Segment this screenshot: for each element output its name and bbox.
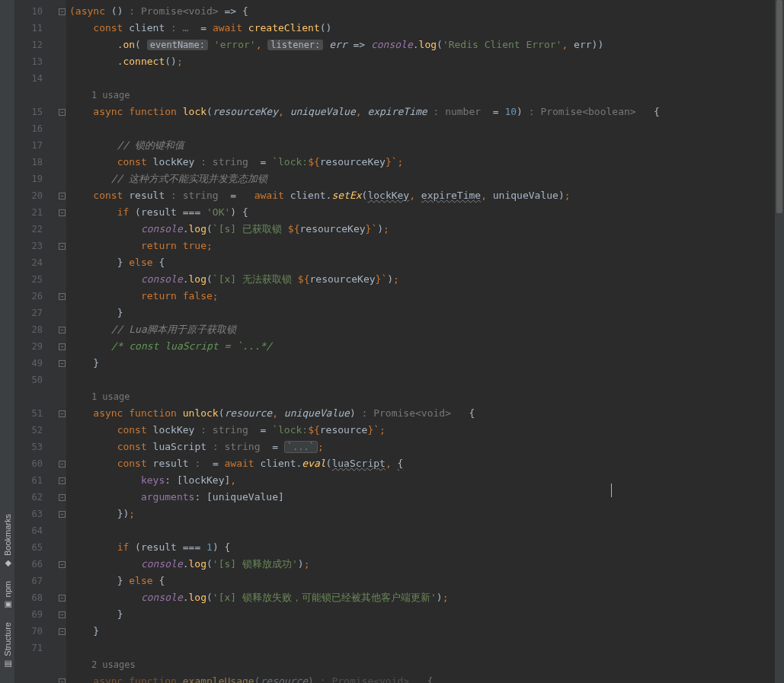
- line-number[interactable]: 67: [15, 573, 56, 589]
- tool-bookmarks-label: Bookmarks: [0, 514, 16, 556]
- line-number[interactable]: 12: [15, 37, 56, 53]
- structure-icon: ▤: [0, 659, 16, 669]
- fold-toggle[interactable]: [59, 293, 66, 300]
- line-number[interactable]: 65: [15, 539, 56, 556]
- fold-toggle[interactable]: [59, 327, 66, 334]
- code-line: const result : string = await client.set…: [69, 187, 775, 204]
- code-line: console.log(`[x] 无法获取锁 ${resourceKey}`);: [69, 271, 775, 288]
- code-line: // Lua脚本用于原子获取锁: [69, 321, 775, 338]
- code-line: [69, 120, 775, 137]
- line-number[interactable]: 18: [15, 154, 56, 171]
- code-line: console.log('[s] 锁释放成功');: [69, 556, 775, 573]
- scrollbar-thumb[interactable]: [776, 0, 782, 213]
- fold-toggle[interactable]: [59, 477, 66, 484]
- line-number[interactable]: 49: [15, 355, 56, 372]
- line-number[interactable]: 64: [15, 522, 56, 539]
- line-number[interactable]: 62: [15, 489, 56, 506]
- line-number[interactable]: 13: [15, 53, 56, 70]
- line-number[interactable]: 27: [15, 305, 56, 321]
- line-number[interactable]: 52: [15, 422, 56, 439]
- line-number[interactable]: 15: [15, 104, 56, 120]
- line-number[interactable]: 21: [15, 204, 56, 221]
- code-line: } else {: [69, 573, 775, 589]
- fold-toggle[interactable]: [59, 410, 66, 417]
- line-number[interactable]: 66: [15, 556, 56, 573]
- bookmark-icon: ◆: [0, 559, 16, 569]
- tool-structure[interactable]: ▤ Structure: [0, 622, 16, 669]
- line-number[interactable]: 29: [15, 338, 56, 355]
- fold-toggle[interactable]: [59, 461, 66, 468]
- code-line: // 这种方式不能实现并发竞态加锁: [69, 171, 775, 187]
- fold-gutter[interactable]: [57, 0, 66, 683]
- code-line: console.log(`[s] 已获取锁 ${resourceKey}`);: [69, 221, 775, 238]
- fold-toggle[interactable]: [59, 494, 66, 501]
- tool-window-bar: ◆ Bookmarks ▣ npm ▤ Structure: [0, 0, 15, 683]
- fold-toggle[interactable]: [59, 109, 66, 116]
- tool-bookmarks[interactable]: ◆ Bookmarks: [0, 514, 16, 569]
- code-line: async function lock(resourceKey, uniqueV…: [69, 104, 775, 120]
- usage-hint[interactable]: 1 usage: [69, 87, 775, 104]
- usage-hint[interactable]: 1 usage: [69, 388, 775, 405]
- line-number[interactable]: 26: [15, 288, 56, 305]
- code-line: const luaScript : string = `...`;: [69, 439, 775, 455]
- code-line: const lockKey : string = `lock:${resourc…: [69, 422, 775, 439]
- code-line: console.log('[x] 锁释放失败，可能锁已经被其他客户端更新');: [69, 589, 775, 606]
- line-number[interactable]: 14: [15, 70, 56, 87]
- line-number[interactable]: 70: [15, 623, 56, 640]
- fold-toggle[interactable]: [59, 8, 66, 15]
- line-number[interactable]: 68: [15, 589, 56, 606]
- fold-toggle[interactable]: [59, 678, 66, 684]
- line-number[interactable]: 16: [15, 120, 56, 137]
- line-number[interactable]: 25: [15, 271, 56, 288]
- line-number[interactable]: 10: [15, 3, 56, 20]
- line-number[interactable]: 11: [15, 20, 56, 37]
- line-number[interactable]: 24: [15, 254, 56, 271]
- line-number[interactable]: 28: [15, 321, 56, 338]
- code-line: (async () : Promise<void> => {: [69, 3, 775, 20]
- line-number[interactable]: 19: [15, 171, 56, 187]
- line-number[interactable]: 23: [15, 238, 56, 254]
- code-line: }: [69, 606, 775, 623]
- line-number-gutter[interactable]: 1011121314151617181920212223242526272829…: [15, 0, 57, 683]
- code-line: async function exampleUsage(resource) : …: [69, 673, 775, 683]
- fold-toggle[interactable]: [59, 243, 66, 250]
- fold-toggle[interactable]: [59, 628, 66, 635]
- fold-toggle[interactable]: [59, 561, 66, 568]
- folded-code-badge[interactable]: `...`: [284, 441, 318, 453]
- line-number[interactable]: [15, 388, 56, 405]
- line-number[interactable]: 50: [15, 372, 56, 388]
- line-number[interactable]: 51: [15, 405, 56, 422]
- line-number[interactable]: 17: [15, 137, 56, 154]
- tool-npm[interactable]: ▣ npm: [0, 581, 16, 610]
- fold-toggle[interactable]: [59, 193, 66, 199]
- line-number[interactable]: 63: [15, 506, 56, 522]
- vertical-scrollbar[interactable]: [775, 0, 784, 683]
- line-number[interactable]: 61: [15, 472, 56, 489]
- line-number[interactable]: [15, 673, 56, 683]
- code-editor[interactable]: (async () : Promise<void> => { const cli…: [66, 0, 775, 683]
- code-line: }: [69, 305, 775, 321]
- line-number[interactable]: 22: [15, 221, 56, 238]
- fold-toggle[interactable]: [59, 611, 66, 618]
- fold-toggle[interactable]: [59, 511, 66, 518]
- usage-hint[interactable]: 2 usages: [69, 656, 775, 673]
- fold-toggle[interactable]: [59, 343, 66, 350]
- line-number[interactable]: 69: [15, 606, 56, 623]
- text-cursor: [611, 484, 612, 497]
- line-number[interactable]: 60: [15, 455, 56, 472]
- code-line: .on( eventName: 'error', listener: err =…: [69, 37, 775, 53]
- line-number[interactable]: 71: [15, 640, 56, 656]
- code-line: }: [69, 355, 775, 372]
- fold-toggle[interactable]: [59, 595, 66, 602]
- tool-npm-label: npm: [0, 581, 16, 597]
- fold-toggle[interactable]: [59, 360, 66, 367]
- fold-toggle[interactable]: [59, 209, 66, 216]
- code-line: const result : = await client.eval(luaSc…: [69, 455, 775, 472]
- line-number[interactable]: 53: [15, 439, 56, 455]
- code-line: async function unlock(resource, uniqueVa…: [69, 405, 775, 422]
- code-line: [69, 372, 775, 388]
- line-number[interactable]: [15, 656, 56, 673]
- code-line: const client : … = await createClient(): [69, 20, 775, 37]
- line-number[interactable]: [15, 87, 56, 104]
- line-number[interactable]: 20: [15, 187, 56, 204]
